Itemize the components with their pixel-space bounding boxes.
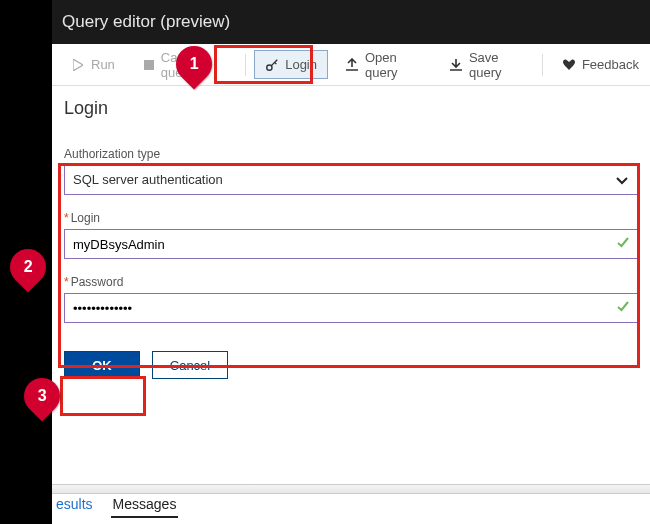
callout-3: 3	[24, 378, 60, 414]
open-query-button[interactable]: Open query	[334, 43, 432, 87]
save-query-button[interactable]: Save query	[438, 43, 534, 87]
svg-line-3	[275, 62, 277, 64]
auth-type-value: SQL server authentication	[64, 165, 638, 195]
check-icon	[616, 235, 630, 253]
separator	[245, 54, 246, 76]
callout-1: 1	[176, 46, 212, 82]
tab-messages[interactable]: Messages	[111, 492, 179, 518]
login-input[interactable]	[64, 229, 638, 259]
result-tabs: esults Messages	[52, 492, 650, 518]
save-query-label: Save query	[469, 50, 523, 80]
check-icon	[616, 299, 630, 317]
open-query-label: Open query	[365, 50, 421, 80]
play-icon	[71, 58, 85, 72]
login-button[interactable]: Login	[254, 50, 328, 79]
upload-icon	[345, 58, 359, 72]
key-icon	[265, 58, 279, 72]
chevron-down-icon	[616, 171, 628, 189]
button-row: OK Cancel	[64, 351, 638, 379]
required-star: *	[64, 211, 69, 225]
run-button[interactable]: Run	[60, 50, 126, 79]
header-bar: Query editor (preview)	[52, 0, 650, 44]
tab-results[interactable]: esults	[54, 492, 95, 518]
auth-type-label: Authorization type	[64, 147, 638, 161]
password-group: *Password	[64, 275, 638, 323]
cancel-button[interactable]: Cancel	[152, 351, 228, 379]
ok-button[interactable]: OK	[64, 351, 140, 379]
login-group: *Login	[64, 211, 638, 259]
required-star: *	[64, 275, 69, 289]
password-input[interactable]	[64, 293, 638, 323]
feedback-label: Feedback	[582, 57, 639, 72]
page-title: Login	[64, 98, 638, 119]
toolbar: Run Cancel query Login Open query Save q…	[52, 44, 650, 86]
heart-icon	[562, 58, 576, 72]
auth-type-group: Authorization type SQL server authentica…	[64, 147, 638, 195]
svg-rect-0	[144, 60, 154, 70]
login-field-label: *Login	[64, 211, 638, 225]
password-field-label: *Password	[64, 275, 638, 289]
separator	[542, 54, 543, 76]
bottom-tabs-strip: esults Messages	[52, 474, 650, 524]
login-label: Login	[285, 57, 317, 72]
content-area: Login Authorization type SQL server auth…	[52, 86, 650, 474]
download-icon	[449, 58, 463, 72]
feedback-button[interactable]: Feedback	[551, 50, 650, 79]
callout-2: 2	[10, 249, 46, 285]
header-title: Query editor (preview)	[62, 12, 230, 32]
stop-icon	[143, 58, 155, 72]
run-label: Run	[91, 57, 115, 72]
auth-type-select[interactable]: SQL server authentication	[64, 165, 638, 195]
